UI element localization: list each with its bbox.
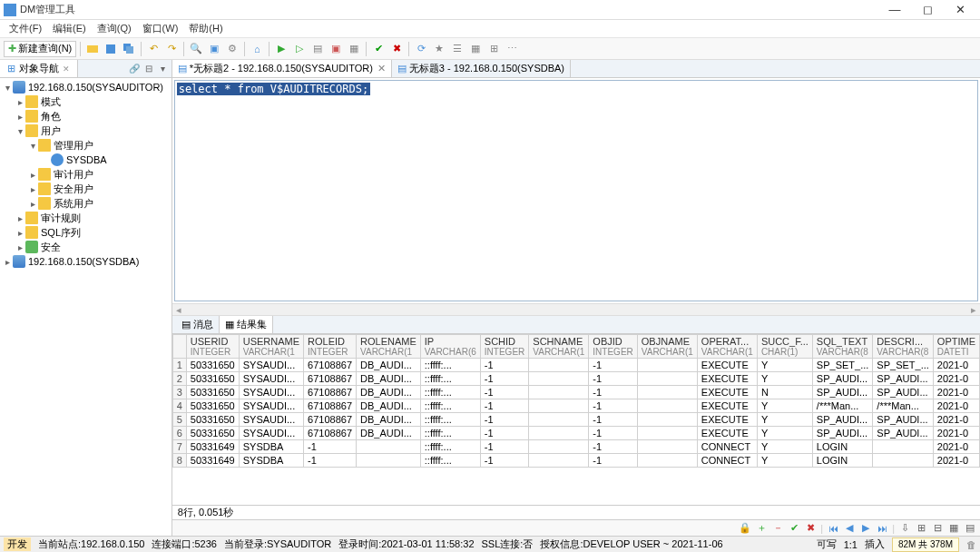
run-step-icon[interactable]: ▷ — [291, 41, 308, 57]
tree-db2[interactable]: ▸192.168.0.150(SYSDBA) — [0, 254, 172, 269]
row-count: 8行, 0.051秒 — [178, 506, 234, 519]
editor-tab-2[interactable]: ▤ 无标题3 - 192.168.0.150(SYSDBA) — [392, 60, 571, 77]
close-button[interactable]: ✕ — [944, 3, 976, 16]
object-tree[interactable]: ▾192.168.0.150(SYSAUDITOR) ▸模式 ▸角色 ▾用户 ▾… — [0, 78, 172, 536]
commit-icon[interactable]: ✔ — [788, 522, 800, 535]
status-pos: 1:1 — [844, 539, 858, 550]
menu-icon[interactable]: ▾ — [157, 63, 170, 75]
tree-sys-user[interactable]: ▸系统用户 — [0, 196, 172, 211]
redo-icon[interactable]: ↷ — [163, 41, 180, 57]
col-header[interactable]: DESCRI...VARCHAR(8 — [873, 335, 933, 359]
resultset-tab[interactable]: ▦结果集 — [220, 316, 273, 333]
editor-tab-1[interactable]: ▤ *无标题2 - 192.168.0.150(SYSAUDITOR) ✕ — [172, 60, 392, 77]
search-icon[interactable]: 🔍 — [188, 41, 204, 57]
col-header[interactable]: OPERAT...VARCHAR(1 — [697, 335, 757, 359]
next-icon[interactable]: ▶ — [859, 522, 872, 535]
refresh-icon[interactable]: ⟳ — [413, 41, 429, 57]
last-icon[interactable]: ⏭ — [876, 522, 888, 535]
copy-icon[interactable]: ▦ — [947, 522, 960, 535]
save-all-icon[interactable] — [121, 41, 137, 57]
col-header[interactable]: OBJIDINTEGER — [589, 335, 637, 359]
rollback-icon[interactable]: ✖ — [388, 41, 405, 57]
col-header[interactable]: ROLENAMEVARCHAR(1 — [357, 335, 421, 359]
more-icon[interactable]: ⋯ — [504, 41, 520, 57]
commit-icon[interactable]: ✔ — [370, 41, 387, 57]
menu-help[interactable]: 帮助(H) — [183, 22, 228, 35]
result-grid[interactable]: USERIDINTEGERUSERNAMEVARCHAR(1ROLEIDINTE… — [172, 334, 980, 505]
col-header[interactable]: SCHIDINTEGER — [480, 335, 528, 359]
result-tabs: ▤消息 ▦结果集 — [172, 316, 980, 334]
tree-mgmt-user[interactable]: ▾管理用户 — [0, 138, 172, 153]
menu-edit[interactable]: 编辑(E) — [47, 22, 92, 35]
rollback-icon[interactable]: ✖ — [804, 522, 817, 535]
link-icon[interactable]: 🔗 — [128, 63, 141, 75]
minimize-button[interactable]: — — [878, 3, 911, 16]
tree-sec-user[interactable]: ▸安全用户 — [0, 182, 172, 196]
tree-sysdba-user[interactable]: SYSDBA — [0, 153, 172, 167]
menu-file[interactable]: 文件(F) — [4, 22, 47, 35]
menu-window[interactable]: 窗口(W) — [137, 22, 184, 35]
home-icon[interactable]: ⌂ — [249, 41, 265, 57]
status-login: 当前登录:SYSAUDITOR — [224, 537, 331, 551]
table-row[interactable]: 650331650SYSAUDI...67108867DB_AUDI...::f… — [172, 427, 979, 440]
col-header[interactable]: SCHNAMEVARCHAR(1 — [529, 335, 589, 359]
trash-icon[interactable]: 🗑 — [966, 539, 976, 550]
tool-icon[interactable]: ⚙ — [224, 41, 240, 57]
table-row[interactable]: 550331650SYSAUDI...67108867DB_AUDI...::f… — [172, 413, 979, 427]
more-icon[interactable]: ▤ — [964, 522, 976, 535]
filter-icon[interactable]: ▣ — [206, 41, 222, 57]
table-row[interactable]: 450331650SYSAUDI...67108867DB_AUDI...::f… — [172, 399, 979, 413]
close-tab-icon[interactable]: ✕ — [377, 63, 386, 74]
table-row[interactable]: 850331649SYSDBA-1::ffff:...-1-1CONNECTYL… — [172, 454, 979, 468]
undo-icon[interactable]: ↶ — [145, 41, 162, 57]
grid-icon[interactable]: ▦ — [467, 41, 484, 57]
tree-safe[interactable]: ▸安全 — [0, 240, 172, 254]
del-row-icon[interactable]: － — [771, 522, 784, 535]
lock-icon[interactable]: 🔒 — [739, 522, 751, 535]
bookmark-icon[interactable]: ★ — [431, 41, 447, 57]
tree-sql-seq[interactable]: ▸SQL序列 — [0, 225, 172, 240]
max-icon[interactable]: ⊞ — [915, 522, 927, 535]
save-icon[interactable] — [103, 41, 119, 57]
col-header[interactable]: USERNAMEVARCHAR(1 — [239, 335, 303, 359]
editor-scroll[interactable]: ◂▸ — [172, 303, 980, 316]
col-header[interactable]: SQL_TEXTVARCHAR(8 — [812, 335, 872, 359]
col-header[interactable]: USERIDINTEGER — [186, 335, 239, 359]
page-icon[interactable]: ▦ — [346, 41, 362, 57]
expand-icon[interactable]: ⊞ — [485, 41, 502, 57]
table-row[interactable]: 150331650SYSAUDI...67108867DB_AUDI...::f… — [172, 359, 979, 372]
folder-icon — [38, 197, 51, 210]
tree-db1[interactable]: ▾192.168.0.150(SYSAUDITOR) — [0, 80, 172, 94]
run-icon[interactable]: ▶ — [273, 41, 289, 57]
table-row[interactable]: 750331649SYSDBA-1::ffff:...-1-1CONNECTYL… — [172, 440, 979, 454]
table-row[interactable]: 250331650SYSAUDI...67108867DB_AUDI...::f… — [172, 372, 979, 386]
first-icon[interactable]: ⏮ — [827, 522, 839, 535]
status-mem[interactable]: 82M 共 378M — [892, 537, 959, 552]
table-row[interactable]: 350331650SYSAUDI...67108867DB_AUDI...::f… — [172, 386, 979, 399]
tree-user[interactable]: ▾用户 — [0, 123, 172, 138]
tree-role[interactable]: ▸角色 — [0, 109, 172, 123]
col-header[interactable]: OPTIMEDATETI — [933, 335, 979, 359]
messages-tab[interactable]: ▤消息 — [176, 316, 220, 333]
tree-mode[interactable]: ▸模式 — [0, 94, 172, 109]
tools-icon[interactable]: ⊟ — [931, 522, 944, 535]
new-query-button[interactable]: ✚ 新建查询(N) — [4, 41, 76, 57]
export-icon[interactable]: ⇩ — [898, 522, 911, 535]
sql-editor[interactable]: select * from V$AUDITRECORDS; — [174, 80, 978, 301]
folder-icon[interactable] — [84, 41, 101, 57]
col-header[interactable]: OBJNAMEVARCHAR(1 — [637, 335, 697, 359]
stop-icon[interactable]: ▣ — [328, 41, 344, 57]
add-row-icon[interactable]: ＋ — [755, 522, 768, 535]
tree-audit-user[interactable]: ▸审计用户 — [0, 167, 172, 182]
tree-audit-rule[interactable]: ▸审计规则 — [0, 211, 172, 225]
script-icon[interactable]: ▤ — [309, 41, 326, 57]
col-header[interactable]: IPVARCHAR(6 — [420, 335, 480, 359]
menu-query[interactable]: 查询(Q) — [92, 22, 137, 35]
prev-icon[interactable]: ◀ — [843, 522, 856, 535]
collapse-icon[interactable]: ⊟ — [142, 63, 155, 75]
maximize-button[interactable]: ◻ — [911, 3, 944, 16]
list-icon[interactable]: ☰ — [449, 41, 466, 57]
col-header[interactable]: SUCC_F...CHAR(1) — [757, 335, 812, 359]
col-header[interactable]: ROLEIDINTEGER — [304, 335, 357, 359]
object-nav-tab[interactable]: ⊞ 对象导航 ✕ — [0, 60, 78, 77]
